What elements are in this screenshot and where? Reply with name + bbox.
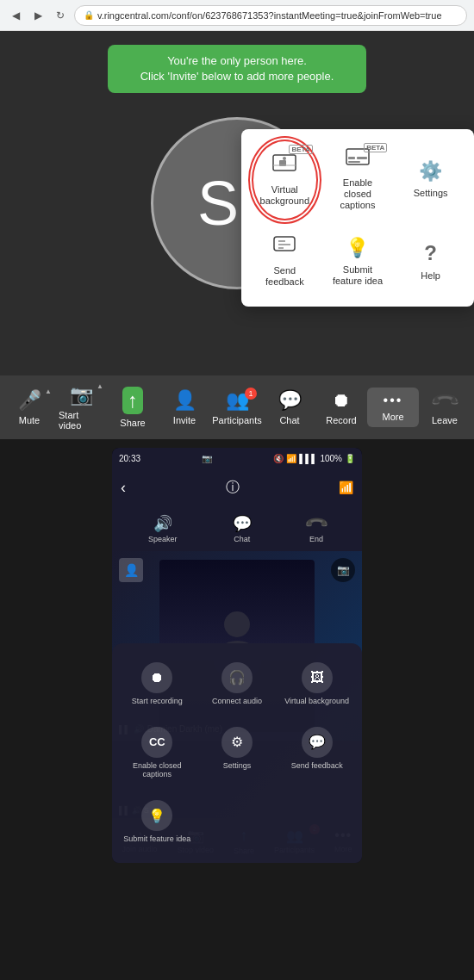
toolbar-share[interactable]: ↑ Share: [107, 381, 159, 433]
connect-audio-icon: 🎧: [221, 662, 253, 693]
phone-feature-idea-label: Submit feature idea: [123, 834, 190, 844]
battery-status: 100%: [320, 454, 342, 463]
leave-icon: 📞: [428, 384, 460, 416]
speaker-icon: 🔊: [153, 514, 172, 533]
phone-menu-virtual-bg[interactable]: 🖼 Virtual background: [278, 654, 355, 715]
share-label: Share: [120, 418, 145, 428]
participants-badge: 1: [245, 388, 257, 400]
phone-feedback-icon: 💬: [302, 727, 333, 758]
virtual-bg-label: Virtualbackground: [260, 184, 310, 207]
popup-item-virtual-bg[interactable]: BETA Virtualbackground: [252, 140, 318, 220]
feature-idea-icon: 💡: [346, 237, 369, 259]
popup-item-help[interactable]: ? Help: [397, 227, 464, 296]
phone-feature-idea-icon: 💡: [141, 800, 172, 831]
video-caret: ▲: [97, 382, 103, 390]
phone-virtual-bg-icon: 🖼: [302, 662, 333, 693]
phone-screen: 20:33 📷 🔇 📶 ▌▌▌ 100% 🔋 ‹ ⓘ 📶 🔊 Speaker: [112, 448, 362, 863]
toolbar-chat[interactable]: 💬 Chat: [264, 384, 315, 431]
chat-icon: 💬: [278, 389, 302, 412]
phone-container: 20:33 📷 🔇 📶 ▌▌▌ 100% 🔋 ‹ ⓘ 📶 🔊 Speaker: [0, 439, 474, 871]
more-popup: BETA Virtualbackground BETA: [241, 129, 474, 307]
feature-idea-label: Submit feature idea: [330, 264, 386, 287]
share-icon: ↑: [122, 387, 143, 414]
toolbar-participants[interactable]: 1 👥 Participants: [210, 384, 264, 431]
phone-menu-feedback[interactable]: 💬 Send feedback: [278, 718, 355, 789]
toolbar-record[interactable]: ⏺ Record: [315, 384, 367, 431]
phone-top-icons: ⓘ: [226, 479, 240, 497]
phone-status-bar: 20:33 📷 🔇 📶 ▌▌▌ 100% 🔋: [112, 448, 362, 468]
phone-chat-icon: 💬: [233, 514, 252, 533]
silhouette-head: [224, 611, 250, 637]
toolbar-invite[interactable]: 👤 Invite: [159, 384, 210, 431]
popup-item-captions[interactable]: BETA Enable closed captions: [325, 140, 391, 220]
url-text: v.ringcentral.com/conf/on/623768671353?i…: [97, 10, 442, 21]
phone-settings-icon: ⚙: [221, 727, 253, 758]
participants-label: Participants: [212, 415, 261, 425]
phone-end-icon: 📞: [302, 510, 329, 537]
start-recording-label: Start recording: [132, 697, 183, 706]
status-icons: 🔇 📶 ▌▌▌ 100% 🔋: [273, 454, 355, 463]
wifi-status: 📶: [286, 454, 296, 463]
phone-settings-label: Settings: [223, 761, 252, 771]
popup-item-settings[interactable]: ⚙️ Settings: [397, 140, 464, 220]
feedback-icon: [273, 236, 296, 260]
phone-top-bar: ‹ ⓘ 📶: [112, 468, 362, 506]
phone-menu-grid: ⏺ Start recording 🎧 Connect audio 🖼 Virt…: [119, 654, 355, 853]
phone-back-button[interactable]: ‹: [121, 479, 126, 497]
notification-banner: You're the only person here. Click 'Invi…: [108, 45, 366, 93]
invite-icon: 👤: [173, 389, 196, 412]
phone-time: 20:33: [119, 454, 140, 463]
lock-icon: 🔒: [84, 10, 94, 20]
browser-chrome: ◀ ▶ ↻ 🔒 v.ringcentral.com/conf/on/623768…: [0, 0, 474, 31]
phone-end-ctrl[interactable]: 📞 End: [307, 514, 326, 543]
start-recording-icon: ⏺: [141, 662, 172, 693]
mute-icon: 🎤: [18, 389, 41, 412]
more-icon: •••: [384, 393, 403, 408]
popup-item-feature-idea[interactable]: 💡 Submit feature idea: [325, 227, 391, 296]
back-button[interactable]: ◀: [7, 7, 24, 24]
toolbar-leave[interactable]: 📞 Leave: [419, 384, 471, 431]
notification-line2: Click 'Invite' below to add more people.: [125, 69, 349, 84]
svg-rect-8: [274, 237, 295, 251]
phone-menu-feature-idea[interactable]: 💡 Submit feature idea: [119, 791, 196, 853]
record-label: Record: [326, 415, 356, 425]
settings-label: Settings: [414, 188, 448, 199]
help-label: Help: [421, 270, 440, 282]
battery-icon: 🔋: [345, 454, 355, 463]
phone-chat-ctrl[interactable]: 💬 Chat: [233, 514, 252, 543]
chat-label: Chat: [279, 415, 299, 425]
phone-captions-icon: CC: [141, 727, 172, 758]
phone-more-menu: ⏺ Start recording 🎧 Connect audio 🖼 Virt…: [112, 643, 362, 863]
phone-menu-captions[interactable]: CC Enable closed captions: [119, 718, 196, 789]
signal-bars: ▌▌▌: [299, 454, 317, 463]
forward-button[interactable]: ▶: [29, 7, 47, 24]
help-icon: ?: [424, 241, 437, 265]
phone-menu-start-recording[interactable]: ⏺ Start recording: [119, 654, 196, 715]
phone-menu-connect-audio[interactable]: 🎧 Connect audio: [199, 654, 276, 715]
toolbar-start-video[interactable]: ▲ 📷 Start video: [55, 379, 107, 436]
phone-feedback-label: Send feedback: [291, 761, 343, 771]
settings-icon: ⚙️: [419, 160, 442, 183]
phone-chat-label: Chat: [234, 535, 250, 543]
virtual-bg-icon: [272, 153, 296, 179]
more-label: More: [382, 412, 403, 422]
mute-label: Mute: [19, 415, 40, 425]
phone-speaker-ctrl[interactable]: 🔊 Speaker: [148, 514, 178, 543]
popup-item-feedback[interactable]: Send feedback: [252, 227, 318, 296]
phone-menu-settings[interactable]: ⚙ Settings: [199, 718, 276, 789]
toolbar-more[interactable]: ••• More: [367, 388, 419, 427]
notification-line1: You're the only person here.: [125, 53, 349, 69]
video-label: Start video: [59, 410, 103, 431]
mute-status: 🔇: [273, 454, 284, 463]
video-icon: 📷: [70, 384, 93, 406]
toolbar-mute[interactable]: ▲ 🎤 Mute: [3, 384, 55, 431]
phone-controls-bar: 🔊 Speaker 💬 Chat 📞 End: [112, 506, 362, 551]
refresh-button[interactable]: ↻: [52, 7, 69, 24]
url-bar[interactable]: 🔒 v.ringcentral.com/conf/on/623768671353…: [74, 5, 467, 26]
beta-badge-vbg: BETA: [289, 145, 312, 154]
captions-label: Enable closed captions: [330, 177, 386, 212]
phone-camera-status: 📷: [202, 454, 212, 463]
speaker-label: Speaker: [148, 535, 178, 543]
phone-info-icon[interactable]: ⓘ: [226, 479, 240, 497]
phone-signal-icon: 📶: [339, 481, 353, 494]
